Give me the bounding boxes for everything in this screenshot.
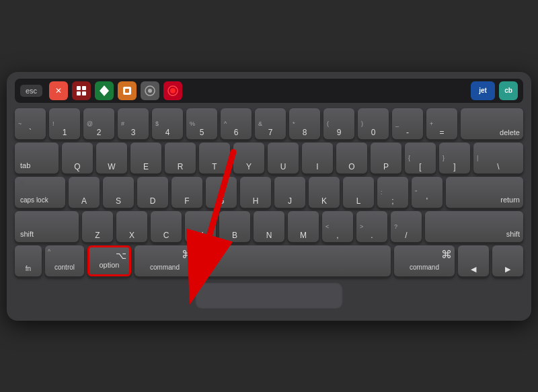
key-p[interactable]: P [371,143,401,173]
key-minus[interactable]: _- [392,108,423,139]
key-a[interactable]: A [69,177,100,208]
asdf-row: caps lock A S D F G H J K L :; "' return [15,177,523,208]
key-f[interactable]: F [171,177,202,208]
key-r[interactable]: R [165,143,196,173]
tb-app1-icon[interactable] [72,81,91,100]
key-return[interactable]: return [446,177,523,208]
key-command-right[interactable]: ⌘ command [394,245,455,276]
key-shift-right[interactable]: shift [425,211,523,242]
key-space[interactable] [198,245,391,276]
key-q[interactable]: Q [62,143,93,173]
key-u[interactable]: U [268,143,299,173]
key-equals[interactable]: += [426,108,457,139]
key-1[interactable]: !1 [49,108,80,139]
key-o[interactable]: O [336,143,367,173]
key-capslock[interactable]: caps lock [15,177,65,208]
key-h[interactable]: H [240,177,271,208]
svg-point-8 [148,89,152,93]
key-5[interactable]: %5 [186,108,217,139]
key-arrow-left[interactable]: ◀ [458,245,489,276]
tb-app2-icon[interactable] [95,81,114,100]
keyboard: ~ ` !1 @2 #3 $4 %5 ^6 &7 *8 (9 )0 _- += … [15,108,523,276]
qwerty-row: tab Q W E R T Y U I O P {[ }] |\ [15,143,523,173]
key-t[interactable]: T [199,143,230,173]
key-v[interactable]: V [185,211,216,242]
key-m[interactable]: M [288,211,319,242]
number-row: ~ ` !1 @2 #3 $4 %5 ^6 &7 *8 (9 )0 _- += … [15,108,523,139]
key-g[interactable]: G [206,177,237,208]
key-delete[interactable]: delete [461,108,523,139]
key-x[interactable]: X [116,211,147,242]
key-k[interactable]: K [309,177,340,208]
key-quote[interactable]: "' [412,177,443,208]
key-8[interactable]: *8 [289,108,320,139]
svg-point-10 [170,88,176,93]
key-6[interactable]: ^6 [221,108,252,139]
key-arrow-right[interactable]: ▶ [492,245,523,276]
key-backslash[interactable]: |\ [473,143,523,173]
key-rbracket[interactable]: }] [439,143,470,173]
key-option[interactable]: ⌥ option [87,245,131,276]
keyboard-container: esc ✕ jet cb ~ ` !1 @2 #3 [7,72,531,321]
svg-rect-3 [82,91,86,95]
key-4[interactable]: $4 [152,108,183,139]
key-3[interactable]: #3 [118,108,149,139]
tb-app7-icon[interactable]: cb [499,81,518,100]
key-b[interactable]: B [219,211,250,242]
key-c[interactable]: C [151,211,182,242]
zxcv-row: shift Z X C V B N M <, >. ?/ shift [15,211,523,242]
key-z[interactable]: Z [82,211,113,242]
tb-app3-icon[interactable] [118,81,137,100]
key-j[interactable]: J [274,177,305,208]
bottom-row: fn ^ control ⌥ option ⌘ command ⌘ comman… [15,245,523,276]
key-semicolon[interactable]: :; [377,177,408,208]
key-control[interactable]: ^ control [45,245,84,276]
key-9[interactable]: (9 [323,108,354,139]
key-shift-left[interactable]: shift [15,211,79,242]
key-period[interactable]: >. [356,211,387,242]
trackpad-area [15,282,523,309]
key-d[interactable]: D [137,177,168,208]
tb-app5-icon[interactable] [163,81,182,100]
key-n[interactable]: N [254,211,284,242]
key-lbracket[interactable]: {[ [405,143,436,173]
key-w[interactable]: W [96,143,127,173]
tb-app4-icon[interactable] [141,81,159,100]
key-e[interactable]: E [130,143,161,173]
key-tilde[interactable]: ~ ` [15,108,46,139]
key-7[interactable]: &7 [255,108,286,139]
key-comma[interactable]: <, [322,211,353,242]
touch-bar: esc ✕ jet cb [15,79,523,103]
svg-rect-2 [77,91,81,95]
trackpad[interactable] [195,282,343,309]
key-fn[interactable]: fn [15,245,42,276]
svg-rect-6 [125,89,129,93]
key-s[interactable]: S [103,177,134,208]
key-2[interactable]: @2 [83,108,114,139]
tb-app6-icon[interactable]: jet [471,81,495,100]
key-y[interactable]: Y [233,143,264,173]
key-slash[interactable]: ?/ [391,211,422,242]
key-0[interactable]: )0 [358,108,389,139]
key-tab[interactable]: tab [15,143,59,173]
svg-marker-4 [100,85,109,96]
key-i[interactable]: I [302,143,333,173]
tb-close-icon[interactable]: ✕ [49,81,68,100]
key-l[interactable]: L [343,177,374,208]
esc-key[interactable]: esc [20,85,42,97]
svg-rect-1 [82,86,86,90]
key-command[interactable]: ⌘ command [134,245,195,276]
svg-rect-0 [77,86,81,90]
